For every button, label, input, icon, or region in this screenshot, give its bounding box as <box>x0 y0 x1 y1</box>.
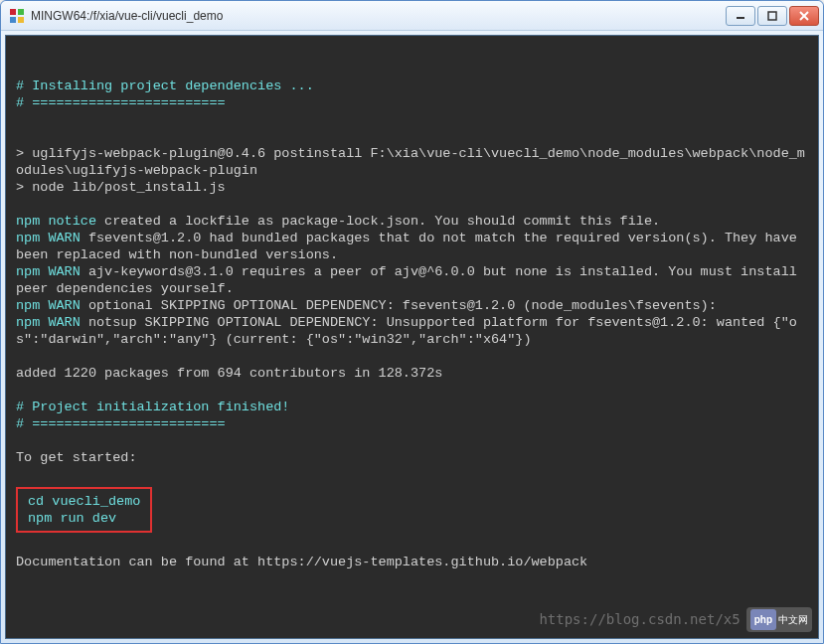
terminal-text: npm run dev <box>28 511 116 526</box>
titlebar[interactable]: MINGW64:/f/xia/vue-cli/vuecli_demo <box>1 1 823 31</box>
svg-rect-5 <box>768 12 776 20</box>
close-button[interactable] <box>789 6 819 26</box>
terminal-text: fsevents@1.2.0 had bundled packages that… <box>16 231 805 262</box>
php-badge: php <box>750 609 776 630</box>
terminal-text: # Installing project dependencies ... <box>16 79 314 93</box>
terminal-line: # Installing project dependencies ... # … <box>16 79 805 465</box>
terminal-text: > uglifyjs-webpack-plugin@0.4.6 postinst… <box>16 146 805 178</box>
highlight-box: cd vuecli_demo npm run dev <box>16 487 152 533</box>
mingw-icon <box>9 8 25 24</box>
terminal-text: created a lockfile as package-lock.json.… <box>96 214 660 229</box>
svg-rect-1 <box>18 9 24 15</box>
terminal-text: # ======================== <box>16 95 226 110</box>
npm-tag: npm WARN <box>16 315 81 330</box>
terminal-text: added 1220 packages from 694 contributor… <box>16 366 442 381</box>
terminal-text: cd vuecli_demo <box>28 494 140 509</box>
cn-text: 中文网 <box>778 611 808 628</box>
terminal-text: # Project initialization finished! <box>16 400 289 414</box>
minimize-button[interactable] <box>726 6 755 26</box>
window-controls <box>726 6 819 26</box>
window-title: MINGW64:/f/xia/vue-cli/vuecli_demo <box>31 9 726 23</box>
svg-rect-3 <box>18 17 24 23</box>
npm-tag: npm WARN <box>16 298 81 313</box>
npm-tag: npm WARN <box>16 231 81 245</box>
npm-tag: npm notice <box>16 214 96 229</box>
svg-rect-0 <box>10 9 16 15</box>
terminal-text: notsup SKIPPING OPTIONAL DEPENDENCY: Uns… <box>16 315 797 347</box>
maximize-button[interactable] <box>757 6 787 26</box>
terminal-text: Documentation can be found at https://vu… <box>16 555 587 569</box>
npm-tag: npm WARN <box>16 264 81 279</box>
app-window: MINGW64:/f/xia/vue-cli/vuecli_demo # Ins… <box>0 0 824 644</box>
terminal-text: # ======================== <box>16 416 226 431</box>
watermark-badge: php 中文网 <box>746 607 812 632</box>
terminal-text: To get started: <box>16 450 137 465</box>
terminal-output[interactable]: # Installing project dependencies ... # … <box>5 35 819 639</box>
close-icon <box>799 11 809 21</box>
svg-rect-2 <box>10 17 16 23</box>
maximize-icon <box>767 11 777 21</box>
watermark: https://blog.csdn.net/x5 php 中文网 <box>539 607 812 632</box>
terminal-text: > node lib/post_install.js <box>16 180 226 195</box>
minimize-icon <box>736 11 745 21</box>
watermark-url: https://blog.csdn.net/x5 <box>539 611 740 628</box>
terminal-text: ajv-keywords@3.1.0 requires a peer of aj… <box>16 264 805 296</box>
terminal-text: optional SKIPPING OPTIONAL DEPENDENCY: f… <box>81 298 717 313</box>
